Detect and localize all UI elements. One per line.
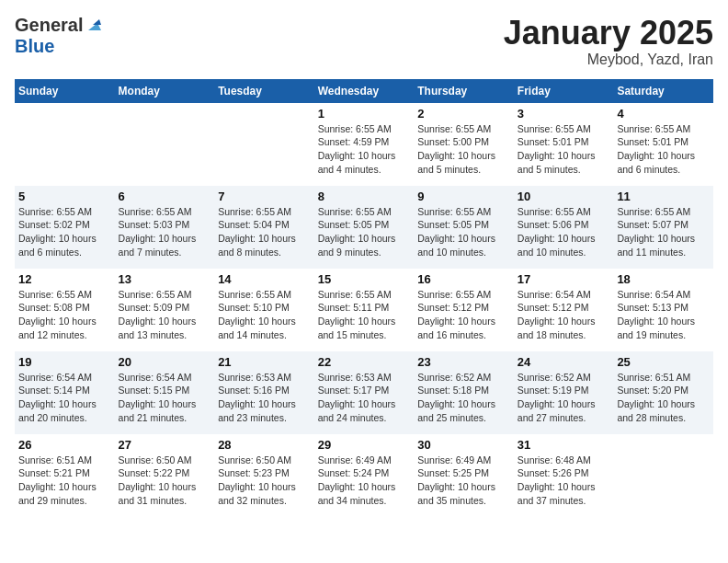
day-info: Sunrise: 6:55 AMSunset: 4:59 PMDaylight:… — [318, 122, 411, 177]
day-number: 17 — [518, 272, 610, 286]
day-number: 19 — [18, 355, 111, 369]
calendar-cell: 10Sunrise: 6:55 AMSunset: 5:06 PMDayligh… — [514, 186, 614, 269]
day-info: Sunrise: 6:55 AMSunset: 5:00 PMDaylight:… — [417, 122, 510, 177]
day-number: 24 — [518, 355, 610, 369]
calendar-week-row: 5Sunrise: 6:55 AMSunset: 5:02 PMDaylight… — [15, 186, 713, 269]
svg-marker-1 — [93, 19, 101, 25]
calendar-cell: 28Sunrise: 6:50 AMSunset: 5:23 PMDayligh… — [214, 434, 314, 517]
title-block: January 2025 Meybod, Yazd, Iran — [504, 15, 713, 68]
col-header-saturday: Saturday — [613, 79, 713, 103]
day-number: 13 — [119, 272, 211, 286]
calendar-cell: 1Sunrise: 6:55 AMSunset: 4:59 PMDaylight… — [314, 103, 415, 186]
day-info: Sunrise: 6:55 AMSunset: 5:04 PMDaylight:… — [218, 205, 311, 259]
calendar-week-row: 19Sunrise: 6:54 AMSunset: 5:14 PMDayligh… — [15, 351, 713, 434]
day-number: 2 — [417, 107, 510, 121]
calendar-cell: 25Sunrise: 6:51 AMSunset: 5:20 PMDayligh… — [613, 351, 713, 434]
day-info: Sunrise: 6:55 AMSunset: 5:02 PMDaylight:… — [18, 205, 111, 259]
calendar-cell: 23Sunrise: 6:52 AMSunset: 5:18 PMDayligh… — [414, 351, 514, 434]
logo-blue-text: Blue — [15, 36, 54, 57]
day-info: Sunrise: 6:48 AMSunset: 5:26 PMDaylight:… — [518, 454, 610, 508]
logo: General Blue — [15, 15, 101, 57]
day-info: Sunrise: 6:55 AMSunset: 5:06 PMDaylight:… — [518, 205, 610, 259]
day-number: 20 — [119, 355, 211, 369]
calendar-cell: 27Sunrise: 6:50 AMSunset: 5:22 PMDayligh… — [115, 434, 215, 517]
calendar-cell: 2Sunrise: 6:55 AMSunset: 5:00 PMDaylight… — [414, 103, 514, 186]
calendar-cell: 24Sunrise: 6:52 AMSunset: 5:19 PMDayligh… — [514, 351, 614, 434]
calendar-cell: 30Sunrise: 6:49 AMSunset: 5:25 PMDayligh… — [414, 434, 514, 517]
day-info: Sunrise: 6:51 AMSunset: 5:21 PMDaylight:… — [18, 454, 111, 508]
day-number: 4 — [617, 107, 710, 121]
calendar-cell: 17Sunrise: 6:54 AMSunset: 5:12 PMDayligh… — [514, 269, 614, 351]
col-header-sunday: Sunday — [15, 79, 115, 103]
calendar-week-row: 26Sunrise: 6:51 AMSunset: 5:21 PMDayligh… — [15, 434, 713, 517]
day-number: 25 — [617, 355, 710, 369]
calendar-cell — [613, 434, 713, 517]
day-number: 15 — [318, 272, 411, 286]
calendar-cell: 21Sunrise: 6:53 AMSunset: 5:16 PMDayligh… — [214, 351, 314, 434]
calendar-cell: 9Sunrise: 6:55 AMSunset: 5:05 PMDaylight… — [414, 186, 514, 269]
col-header-tuesday: Tuesday — [214, 79, 314, 103]
calendar-cell: 31Sunrise: 6:48 AMSunset: 5:26 PMDayligh… — [514, 434, 614, 517]
day-number: 31 — [518, 438, 610, 452]
day-number: 23 — [417, 355, 510, 369]
calendar-cell: 12Sunrise: 6:55 AMSunset: 5:08 PMDayligh… — [15, 269, 115, 351]
calendar-cell: 20Sunrise: 6:54 AMSunset: 5:15 PMDayligh… — [115, 351, 215, 434]
day-number: 30 — [417, 438, 510, 452]
day-number: 27 — [119, 438, 211, 452]
calendar-cell: 3Sunrise: 6:55 AMSunset: 5:01 PMDaylight… — [514, 103, 614, 186]
day-info: Sunrise: 6:55 AMSunset: 5:08 PMDaylight:… — [18, 288, 111, 342]
day-info: Sunrise: 6:55 AMSunset: 5:05 PMDaylight:… — [417, 205, 510, 259]
day-info: Sunrise: 6:49 AMSunset: 5:24 PMDaylight:… — [318, 454, 411, 508]
calendar-cell: 15Sunrise: 6:55 AMSunset: 5:11 PMDayligh… — [314, 269, 415, 351]
day-info: Sunrise: 6:50 AMSunset: 5:22 PMDaylight:… — [119, 454, 211, 508]
day-info: Sunrise: 6:55 AMSunset: 5:01 PMDaylight:… — [518, 122, 610, 177]
col-header-wednesday: Wednesday — [314, 79, 415, 103]
day-info: Sunrise: 6:55 AMSunset: 5:01 PMDaylight:… — [617, 122, 710, 177]
day-info: Sunrise: 6:52 AMSunset: 5:18 PMDaylight:… — [417, 371, 510, 425]
day-number: 12 — [18, 272, 111, 286]
day-number: 18 — [617, 272, 710, 286]
day-number: 3 — [518, 107, 610, 121]
calendar-cell: 22Sunrise: 6:53 AMSunset: 5:17 PMDayligh… — [314, 351, 415, 434]
day-number: 10 — [518, 190, 610, 203]
calendar-cell: 13Sunrise: 6:55 AMSunset: 5:09 PMDayligh… — [115, 269, 215, 351]
calendar-title: January 2025 — [504, 15, 713, 52]
day-info: Sunrise: 6:54 AMSunset: 5:15 PMDaylight:… — [119, 371, 211, 425]
day-info: Sunrise: 6:55 AMSunset: 5:05 PMDaylight:… — [318, 205, 411, 259]
calendar-cell — [115, 103, 215, 186]
calendar-header-row: SundayMondayTuesdayWednesdayThursdayFrid… — [15, 79, 713, 103]
day-info: Sunrise: 6:49 AMSunset: 5:25 PMDaylight:… — [417, 454, 510, 508]
calendar-week-row: 1Sunrise: 6:55 AMSunset: 4:59 PMDaylight… — [15, 103, 713, 186]
calendar-cell: 18Sunrise: 6:54 AMSunset: 5:13 PMDayligh… — [613, 269, 713, 351]
calendar-cell: 29Sunrise: 6:49 AMSunset: 5:24 PMDayligh… — [314, 434, 415, 517]
day-info: Sunrise: 6:55 AMSunset: 5:03 PMDaylight:… — [119, 205, 211, 259]
calendar-cell: 14Sunrise: 6:55 AMSunset: 5:10 PMDayligh… — [214, 269, 314, 351]
calendar-cell — [15, 103, 115, 186]
day-number: 9 — [417, 190, 510, 203]
calendar-cell: 5Sunrise: 6:55 AMSunset: 5:02 PMDaylight… — [15, 186, 115, 269]
day-number: 21 — [218, 355, 311, 369]
day-info: Sunrise: 6:55 AMSunset: 5:11 PMDaylight:… — [318, 288, 411, 342]
calendar-cell: 16Sunrise: 6:55 AMSunset: 5:12 PMDayligh… — [414, 269, 514, 351]
day-info: Sunrise: 6:54 AMSunset: 5:12 PMDaylight:… — [518, 288, 610, 342]
calendar-subtitle: Meybod, Yazd, Iran — [504, 52, 713, 68]
day-number: 6 — [119, 190, 211, 203]
calendar-cell: 19Sunrise: 6:54 AMSunset: 5:14 PMDayligh… — [15, 351, 115, 434]
day-number: 11 — [617, 190, 710, 203]
calendar-cell: 6Sunrise: 6:55 AMSunset: 5:03 PMDaylight… — [115, 186, 215, 269]
page-header: General Blue January 2025 Meybod, Yazd, … — [15, 15, 713, 68]
logo-general-text: General — [15, 15, 83, 36]
calendar-cell: 8Sunrise: 6:55 AMSunset: 5:05 PMDaylight… — [314, 186, 415, 269]
day-number: 26 — [18, 438, 111, 452]
calendar-cell: 11Sunrise: 6:55 AMSunset: 5:07 PMDayligh… — [613, 186, 713, 269]
calendar-cell: 26Sunrise: 6:51 AMSunset: 5:21 PMDayligh… — [15, 434, 115, 517]
day-number: 8 — [318, 190, 411, 203]
calendar-week-row: 12Sunrise: 6:55 AMSunset: 5:08 PMDayligh… — [15, 269, 713, 351]
day-info: Sunrise: 6:55 AMSunset: 5:09 PMDaylight:… — [119, 288, 211, 342]
col-header-friday: Friday — [514, 79, 614, 103]
day-number: 5 — [18, 190, 111, 203]
day-info: Sunrise: 6:55 AMSunset: 5:07 PMDaylight:… — [617, 205, 710, 259]
day-number: 16 — [417, 272, 510, 286]
calendar-table: SundayMondayTuesdayWednesdayThursdayFrid… — [15, 79, 713, 517]
day-info: Sunrise: 6:51 AMSunset: 5:20 PMDaylight:… — [617, 371, 710, 425]
